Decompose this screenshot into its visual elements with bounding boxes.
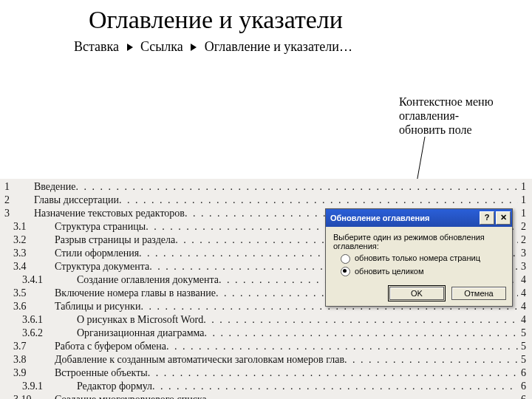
toc-title: Добавление к созданным автоматически заг… (55, 353, 344, 366)
toc-number: 3 (0, 207, 34, 220)
toc-title: Создание оглавления документа (77, 273, 219, 287)
toc-number: 3.2 (0, 233, 55, 247)
toc-leader: . . . . . . . . . . . . . . . . . . . . … (119, 194, 518, 207)
toc-page: 2 (518, 220, 532, 233)
breadcrumb: Вставка Ссылка Оглавление и указатели… (0, 38, 532, 55)
toc-title: Назначение текстовых редакторов (34, 207, 185, 220)
dialog-title: Обновление оглавления (330, 214, 478, 222)
toc-row: 3.9Встроенные объекты. . . . . . . . . .… (0, 366, 532, 380)
toc-title: Работа с буфером обмена (55, 340, 166, 353)
toc-title: Разрыв страницы и раздела (55, 233, 175, 247)
dialog-prompt: Выберите один из режимов обновления огла… (333, 233, 505, 250)
toc-page: 6 (518, 366, 532, 380)
close-button[interactable]: ✕ (496, 211, 511, 225)
triangle-icon (127, 44, 133, 51)
radio-option-entire[interactable]: обновить целиком (341, 267, 505, 277)
toc-leader: . . . . . . . . . . . . . . . . . . . . … (152, 380, 518, 393)
toc-page: 5 (518, 340, 532, 353)
ok-button[interactable]: OK (389, 287, 444, 300)
radio-icon[interactable] (341, 267, 350, 276)
toc-number: 3.5 (0, 287, 55, 300)
context-note-line: обновить поле (399, 123, 494, 137)
toc-leader: . . . . . . . . . . . . . . . . . . . . … (344, 353, 518, 366)
help-button[interactable]: ? (480, 211, 494, 225)
toc-leader: . . . . . . . . . . . . . . . . . . . . … (207, 393, 518, 399)
toc-row: 3.8Добавление к созданным автоматически … (0, 353, 532, 366)
toc-title: О рисунках в Microsoft Word (77, 313, 203, 327)
radio-label: обновить только номера страниц (355, 253, 480, 262)
page-title: Оглавление и указатели (0, 0, 532, 38)
toc-leader: . . . . . . . . . . . . . . . . . . . . … (203, 313, 518, 327)
toc-page: 3 (518, 247, 532, 260)
toc-title: Встроенные объекты (55, 366, 148, 380)
toc-leader: . . . . . . . . . . . . . . . . . . . . … (148, 366, 518, 380)
toc-page: 4 (518, 313, 532, 327)
breadcrumb-item-1: Вставка (74, 39, 119, 54)
toc-number: 1 (0, 180, 34, 194)
radio-label: обновить целиком (355, 267, 424, 276)
toc-number: 2 (0, 194, 34, 207)
radio-option-pages-only[interactable]: обновить только номера страниц (341, 253, 505, 264)
toc-title: Главы диссертации (34, 194, 119, 207)
breadcrumb-item-3: Оглавление и указатели… (205, 39, 352, 54)
radio-icon[interactable] (341, 254, 350, 264)
toc-page: 5 (518, 353, 532, 366)
toc-page: 4 (518, 273, 532, 287)
toc-number: 3.1 (0, 220, 55, 233)
toc-number: 3.9.1 (0, 380, 77, 393)
toc-page: 4 (518, 300, 532, 313)
toc-number: 3.4.1 (0, 273, 77, 287)
toc-page: 3 (518, 260, 532, 273)
toc-row: 1Введение. . . . . . . . . . . . . . . .… (0, 180, 532, 194)
toc-leader: . . . . . . . . . . . . . . . . . . . . … (166, 340, 518, 353)
update-toc-dialog: Обновление оглавления ? ✕ Выберите один … (325, 208, 513, 307)
toc-title: Введение (34, 180, 75, 194)
toc-row: 3.9.1Редактор формул. . . . . . . . . . … (0, 380, 532, 393)
toc-title: Структура страницы (55, 220, 146, 233)
triangle-icon (191, 44, 197, 51)
toc-number: 3.6.1 (0, 313, 77, 327)
toc-row: 2Главы диссертации. . . . . . . . . . . … (0, 194, 532, 207)
breadcrumb-item-2: Ссылка (140, 39, 183, 54)
toc-number: 3.10 (0, 393, 55, 399)
toc-title: Таблицы и рисунки (55, 300, 140, 313)
dialog-titlebar[interactable]: Обновление оглавления ? ✕ (326, 209, 512, 227)
context-note-line: оглавления- (399, 109, 494, 123)
toc-number: 3.9 (0, 366, 55, 380)
toc-title: Структура документа (55, 260, 149, 273)
toc-leader: . . . . . . . . . . . . . . . . . . . . … (205, 327, 518, 340)
toc-page: 6 (518, 380, 532, 393)
toc-page: 2 (518, 233, 532, 247)
toc-title: Организационная диаграмма (77, 327, 205, 340)
toc-number: 3.4 (0, 260, 55, 273)
toc-title: Стили оформления (55, 247, 139, 260)
toc-number: 3.6.2 (0, 327, 77, 340)
toc-leader: . . . . . . . . . . . . . . . . . . . . … (75, 180, 518, 194)
toc-number: 3.6 (0, 300, 55, 313)
toc-row: 3.7Работа с буфером обмена. . . . . . . … (0, 340, 532, 353)
cancel-button[interactable]: Отмена (451, 287, 506, 300)
toc-page: 1 (518, 180, 532, 194)
toc-row: 3.6.2Организационная диаграмма. . . . . … (0, 327, 532, 340)
toc-page: 1 (518, 194, 532, 207)
toc-number: 3.8 (0, 353, 55, 366)
toc-title: Включение номера главы в название (55, 287, 216, 300)
toc-page: 4 (518, 287, 532, 300)
toc-title: Редактор формул (77, 380, 152, 393)
toc-title: Создание многоуровневого списка (55, 393, 207, 399)
toc-page: 5 (518, 327, 532, 340)
toc-number: 3.7 (0, 340, 55, 353)
toc-page: 1 (518, 207, 532, 220)
toc-number: 3.3 (0, 247, 55, 260)
toc-page: 6 (518, 393, 532, 399)
toc-row: 3.10Создание многоуровневого списка. . .… (0, 393, 532, 399)
context-note: Контекстное меню оглавления- обновить по… (399, 95, 494, 137)
toc-row: 3.6.1О рисунках в Microsoft Word. . . . … (0, 313, 532, 327)
context-note-line: Контекстное меню (399, 95, 494, 109)
